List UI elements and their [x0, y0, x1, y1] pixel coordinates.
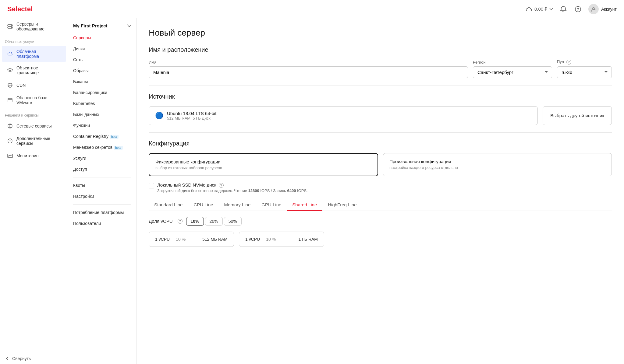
- mid-nav-users[interactable]: Пользователи: [68, 218, 136, 229]
- ssd-help-icon[interactable]: ?: [219, 183, 224, 188]
- solutions-label: Решения и сервисы: [0, 108, 68, 119]
- collapse-label: Свернуть: [12, 356, 31, 361]
- collapse-button[interactable]: Свернуть: [0, 353, 68, 364]
- region-select[interactable]: Санкт-Петербург: [473, 66, 552, 78]
- mid-nav-functions[interactable]: Функции: [68, 120, 136, 131]
- sidebar-item-object[interactable]: Объектное хранилище: [2, 62, 66, 78]
- sidebar-item-cdn[interactable]: CDN: [2, 79, 66, 92]
- cost-value: 0,00 ₽: [534, 6, 548, 12]
- notifications-icon[interactable]: [559, 5, 568, 13]
- sidebar-servers-label: Серверы и оборудование: [16, 22, 61, 31]
- chevron-down-icon: [127, 24, 131, 27]
- source-os-icon: 🔵: [155, 112, 163, 120]
- tab-gpu[interactable]: GPU Line: [256, 199, 287, 211]
- ssd-sub-text1: Загрузочный диск без сетевых задержек. Ч…: [157, 188, 248, 193]
- tab-memory[interactable]: Memory Line: [219, 199, 256, 211]
- mid-nav-images[interactable]: Образы: [68, 65, 136, 76]
- account-button[interactable]: Аккаунт: [588, 4, 617, 14]
- mid-nav-balancers[interactable]: Балансировщики: [68, 87, 136, 98]
- name-section-title: Имя и расположение: [149, 46, 612, 53]
- page-title: Новый сервер: [149, 28, 612, 38]
- tab-highfreq[interactable]: HighFreq Line: [322, 199, 362, 211]
- ssd-checkbox[interactable]: [149, 183, 154, 188]
- vcpu-btn-10[interactable]: 10%: [186, 217, 204, 226]
- project-name: My First Project: [73, 23, 108, 28]
- sidebar-item-servers[interactable]: Серверы и оборудование: [2, 19, 66, 34]
- sidebar-mid: My First Project Серверы Диски Сеть Обра…: [68, 18, 136, 364]
- mid-nav-network[interactable]: Сеть: [68, 54, 136, 65]
- mid-nav-platform-consumption[interactable]: Потребление платформы: [68, 207, 136, 218]
- custom-config-card[interactable]: Произвольная конфигурация настройка кажд…: [383, 153, 612, 176]
- server-cards: 1 vCPU 10 % 512 МБ RAM 1 vCPU 10 % 1 ГБ …: [149, 232, 612, 247]
- mid-nav-services[interactable]: Услуги: [68, 153, 136, 164]
- sidebar-item-monitoring[interactable]: Мониторинг: [2, 149, 66, 162]
- cdn-icon: [7, 82, 13, 89]
- iops-write-val: 6400: [287, 188, 296, 193]
- tab-cpu[interactable]: CPU Line: [188, 199, 218, 211]
- svg-rect-4: [8, 27, 12, 28]
- server-card-0-ram: 512 МБ RAM: [202, 237, 228, 242]
- mid-nav-settings[interactable]: Настройки: [68, 191, 136, 202]
- pool-group: Пул ? ru-3b: [557, 59, 612, 78]
- project-header[interactable]: My First Project: [68, 18, 136, 32]
- logo-text: S: [7, 5, 12, 13]
- pool-select[interactable]: ru-3b: [557, 66, 612, 78]
- source-card[interactable]: 🔵 Ubuntu 18.04 LTS 64-bit 512 МБ RAM, 5 …: [149, 106, 538, 125]
- network-services-label: Сетевые сервисы: [16, 124, 52, 128]
- vcpu-btn-50[interactable]: 50%: [224, 217, 242, 226]
- config-tabs: Standard Line CPU Line Memory Line GPU L…: [149, 199, 612, 211]
- help-icon[interactable]: ?: [574, 5, 582, 13]
- cloud-services-label: Облачные услуги: [0, 35, 68, 46]
- server-card-0-pct: 10 %: [176, 237, 186, 242]
- chevron-down-icon: [549, 8, 553, 10]
- pool-help-icon[interactable]: ?: [566, 60, 571, 65]
- fixed-config-card[interactable]: Фиксированные конфигурации выбор из гото…: [149, 153, 378, 176]
- vcpu-help-icon[interactable]: ?: [178, 219, 183, 224]
- ssd-sub: Загрузочный диск без сетевых задержек. Ч…: [157, 188, 308, 193]
- mid-nav-secrets[interactable]: Менеджер секретовbeta: [68, 142, 136, 153]
- source-name: Ubuntu 18.04 LTS 64-bit: [167, 111, 216, 116]
- source-row: 🔵 Ubuntu 18.04 LTS 64-bit 512 МБ RAM, 5 …: [149, 106, 612, 125]
- sidebar-item-cloud[interactable]: Облачнаяплатформа: [2, 46, 66, 62]
- mid-nav-servers[interactable]: Серверы: [68, 32, 136, 43]
- logo[interactable]: Selectel: [7, 5, 33, 13]
- server-card-1[interactable]: 1 vCPU 10 % 1 ГБ RAM: [239, 232, 324, 247]
- mid-nav-quotas[interactable]: Квоты: [68, 180, 136, 191]
- cloud-platform-label: Облачнаяплатформа: [16, 49, 39, 59]
- custom-config-title: Произвольная конфигурация: [389, 159, 605, 164]
- sidebar-item-vmware[interactable]: Облако на базе VMware: [2, 92, 66, 108]
- monitoring-label: Мониторинг: [16, 153, 40, 158]
- sidebar-item-network-services[interactable]: Сетевые сервисы: [2, 120, 66, 132]
- secrets-label: Менеджер секретов: [73, 145, 112, 150]
- mid-nav-container-registry[interactable]: Container Registrybeta: [68, 131, 136, 142]
- iops-read-unit: IOPS / Запись: [259, 188, 287, 193]
- alt-source-button[interactable]: Выбрать другой источник: [543, 106, 612, 125]
- layout: Серверы и оборудование Облачные услуги О…: [0, 18, 624, 364]
- header-cost[interactable]: 0,00 ₽: [526, 6, 553, 12]
- mid-nav-access[interactable]: Доступ: [68, 164, 136, 175]
- name-input[interactable]: [149, 66, 468, 78]
- vcpu-row: Доля vCPU ? 10% 20% 50%: [149, 217, 612, 226]
- svg-rect-3: [8, 25, 12, 26]
- mid-nav-databases[interactable]: Базы данных: [68, 109, 136, 120]
- sidebar-item-extra[interactable]: Дополнительные сервисы: [2, 133, 66, 149]
- tab-shared[interactable]: Shared Line: [287, 199, 322, 211]
- tab-standard[interactable]: Standard Line: [149, 199, 188, 211]
- object-storage-icon: [7, 67, 13, 74]
- vmware-label: Облако на базе VMware: [16, 95, 61, 105]
- vmware-icon: [7, 97, 13, 103]
- svg-marker-7: [8, 68, 12, 71]
- ssd-info: Локальный SSD NVMe диск ? Загрузочный ди…: [157, 182, 308, 193]
- mid-nav-disks[interactable]: Диски: [68, 43, 136, 54]
- mid-nav-backups[interactable]: Бэкапы: [68, 76, 136, 87]
- vcpu-btn-20[interactable]: 20%: [205, 217, 223, 226]
- extra-services-icon: [7, 138, 13, 144]
- server-card-0[interactable]: 1 vCPU 10 % 512 МБ RAM: [149, 232, 234, 247]
- extra-services-label: Дополнительные сервисы: [16, 136, 61, 146]
- name-location-row: Имя Регион Санкт-Петербург Пул ? ru-3b: [149, 59, 612, 78]
- logo-rest: ectel: [17, 5, 33, 13]
- pool-label-text: Пул: [557, 59, 564, 64]
- mid-nav-kubernetes[interactable]: Kubernetes: [68, 98, 136, 109]
- arrow-left-icon: [5, 356, 10, 361]
- vcpu-label: Доля vCPU: [149, 219, 173, 224]
